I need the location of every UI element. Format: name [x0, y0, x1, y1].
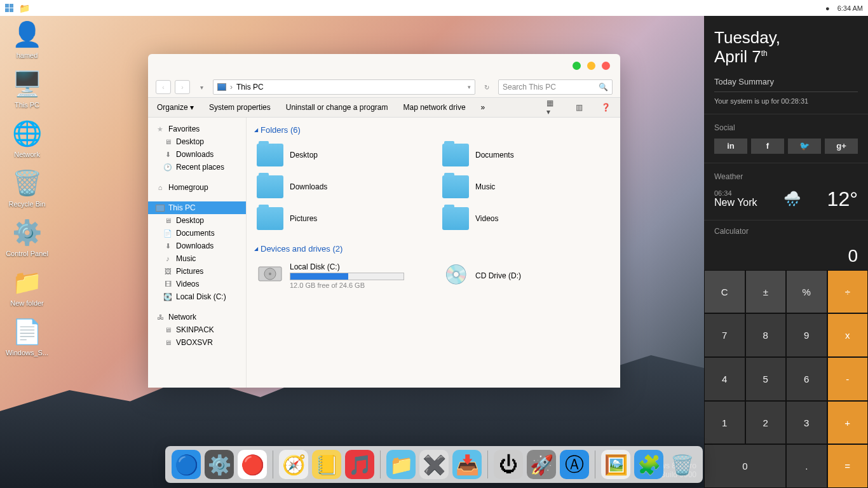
sidebar-item-videos[interactable]: 🎞Videos	[148, 278, 246, 290]
help-icon[interactable]: ❓	[600, 102, 611, 113]
control-panel-icon[interactable]: ⚙️Control Panel	[3, 217, 51, 257]
view-options-icon[interactable]: ▦ ▾	[546, 102, 558, 113]
start-button[interactable]	[5, 4, 14, 13]
preview-pane-icon[interactable]: ▥	[573, 102, 585, 113]
sidebar-item-documents[interactable]: 📄Documents	[148, 227, 246, 240]
twitter-button[interactable]: 🐦	[788, 139, 821, 154]
forward-button[interactable]: ›	[175, 80, 190, 94]
refresh-button[interactable]: ↻	[479, 80, 494, 94]
system-properties-button[interactable]: System properties	[209, 103, 271, 112]
calc-key--[interactable]: -	[827, 357, 869, 401]
map-network-drive-button[interactable]: Map network drive	[403, 103, 466, 112]
calc-key-7[interactable]: 7	[704, 313, 745, 357]
calc-key-C[interactable]: C	[704, 270, 745, 314]
local-disk-c[interactable]: Local Disk (C:) 12.0 GB free of 24.6 GB	[254, 260, 427, 292]
folders-section-header[interactable]: Folders (6)	[254, 123, 613, 137]
sidebar-homegroup[interactable]: ⌂Homegroup	[148, 181, 246, 194]
folder-music[interactable]: Music	[440, 173, 613, 201]
tray-dot-icon[interactable]: ●	[825, 4, 830, 12]
calc-key-2[interactable]: 2	[745, 401, 787, 445]
desktop-icon-label: Windows_S...	[6, 349, 48, 356]
sidebar-item-vboxsvr[interactable]: 🖥VBOXSVR	[148, 336, 246, 349]
cd-drive-d[interactable]: 💿 CD Drive (D:)	[440, 260, 613, 292]
taskbar-explorer-icon[interactable]: 📁	[19, 3, 30, 13]
user-icon[interactable]: 👤hamed	[3, 19, 51, 59]
clock[interactable]: 6:34 AM	[837, 4, 863, 12]
dock-app-store[interactable]: Ⓐ	[560, 450, 589, 479]
new-folder-icon[interactable]: 📁New folder	[3, 267, 51, 307]
calc-key-±[interactable]: ±	[745, 270, 787, 314]
dock-power[interactable]: ⏻	[494, 450, 523, 479]
weather-widget[interactable]: 06:34 New York 🌧️ 12°	[714, 187, 858, 211]
dock-system-preferences[interactable]: ⚙️	[205, 450, 234, 479]
maximize-button[interactable]	[573, 62, 581, 70]
calc-key-÷[interactable]: ÷	[827, 270, 869, 314]
calc-key-.[interactable]: .	[786, 444, 827, 488]
sidebar-item-pictures[interactable]: 🖼Pictures	[148, 265, 246, 278]
dock-widgets[interactable]: 🧩	[634, 450, 663, 479]
linkedin-button[interactable]: in	[714, 139, 747, 154]
calc-key-%[interactable]: %	[786, 270, 827, 314]
windows-shortcut-icon[interactable]: 📄Windows_S...	[3, 316, 51, 356]
dropdown-icon[interactable]: ▾	[468, 84, 471, 90]
organize-menu[interactable]: Organize ▾	[157, 103, 194, 112]
sidebar-item-local-disk-c-[interactable]: 💽Local Disk (C:)	[148, 290, 246, 303]
sidebar-item-skinpack[interactable]: 🖥SKINPACK	[148, 323, 246, 336]
network-icon[interactable]: 🌐Network	[3, 118, 51, 158]
calc-key-5[interactable]: 5	[745, 357, 787, 401]
recycle-bin-icon[interactable]: 🗑️Recycle Bin	[3, 168, 51, 208]
calc-key-0[interactable]: 0	[704, 444, 786, 488]
dock-finder[interactable]: 🔵	[172, 450, 201, 479]
googleplus-button[interactable]: g+	[825, 139, 858, 154]
dock-music[interactable]: 🎵	[345, 450, 374, 479]
calc-key-9[interactable]: 9	[786, 313, 827, 357]
sidebar-favorites[interactable]: ★Favorites	[148, 123, 246, 135]
window-titlebar[interactable]	[148, 54, 620, 77]
dock-yosemite[interactable]: ✖️	[419, 450, 449, 479]
folder-videos[interactable]: Videos	[440, 205, 613, 233]
dock-notes[interactable]: 📒	[312, 450, 341, 479]
dock-downloads[interactable]: 📥	[452, 450, 482, 479]
calc-key-=[interactable]: =	[827, 444, 869, 488]
minimize-button[interactable]	[587, 62, 595, 70]
folder-desktop[interactable]: Desktop	[254, 141, 427, 169]
breadcrumb-location[interactable]: This PC	[236, 83, 264, 92]
dock-safari[interactable]: 🧭	[279, 450, 308, 479]
this-pc-icon[interactable]: 🖥️This PC	[3, 69, 51, 109]
navigation-pane: ★Favorites 🖥Desktop⬇Downloads🕑Recent pla…	[148, 118, 247, 388]
calc-key-1[interactable]: 1	[704, 401, 745, 445]
overflow-button[interactable]: »	[481, 103, 485, 112]
calc-key-+[interactable]: +	[827, 401, 869, 445]
dock-photos[interactable]: 🖼️	[601, 450, 630, 479]
dock-files[interactable]: 📁	[386, 450, 416, 479]
back-button[interactable]: ‹	[156, 80, 171, 94]
sidebar-item-downloads[interactable]: ⬇Downloads	[148, 148, 246, 161]
dock-launchpad[interactable]: 🚀	[527, 450, 556, 479]
search-input[interactable]: Search This PC 🔍	[498, 79, 613, 95]
facebook-button[interactable]: f	[751, 139, 784, 154]
drives-section-header[interactable]: Devices and drives (2)	[254, 241, 613, 256]
folder-downloads[interactable]: Downloads	[254, 173, 427, 201]
close-button[interactable]	[602, 62, 610, 70]
calc-key-8[interactable]: 8	[745, 313, 787, 357]
sidebar-item-music[interactable]: ♪Music	[148, 252, 246, 265]
social-label: Social	[714, 123, 858, 132]
folder-pictures[interactable]: Pictures	[254, 205, 427, 233]
sidebar-item-recent-places[interactable]: 🕑Recent places	[148, 161, 246, 173]
calc-key-4[interactable]: 4	[704, 357, 745, 401]
folder-documents[interactable]: Documents	[440, 141, 613, 169]
calc-key-6[interactable]: 6	[786, 357, 827, 401]
calc-key-3[interactable]: 3	[786, 401, 827, 445]
sidebar-item-downloads[interactable]: ⬇Downloads	[148, 240, 246, 252]
recycle-bin-icon-glyph: 🗑️	[12, 168, 43, 198]
sidebar-item-desktop[interactable]: 🖥Desktop	[148, 214, 246, 227]
sidebar-item-desktop[interactable]: 🖥Desktop	[148, 135, 246, 148]
sidebar-network[interactable]: 🖧Network	[148, 311, 246, 323]
address-bar[interactable]: › This PC ▾	[213, 79, 475, 95]
uninstall-program-button[interactable]: Uninstall or change a program	[286, 103, 388, 112]
up-button[interactable]: ▾	[194, 80, 209, 94]
dock-game-center[interactable]: 🔴	[238, 450, 267, 479]
calc-key-x[interactable]: x	[827, 313, 869, 357]
dock-trash[interactable]: 🗑️	[667, 450, 696, 479]
sidebar-this-pc[interactable]: This PC	[148, 201, 246, 214]
